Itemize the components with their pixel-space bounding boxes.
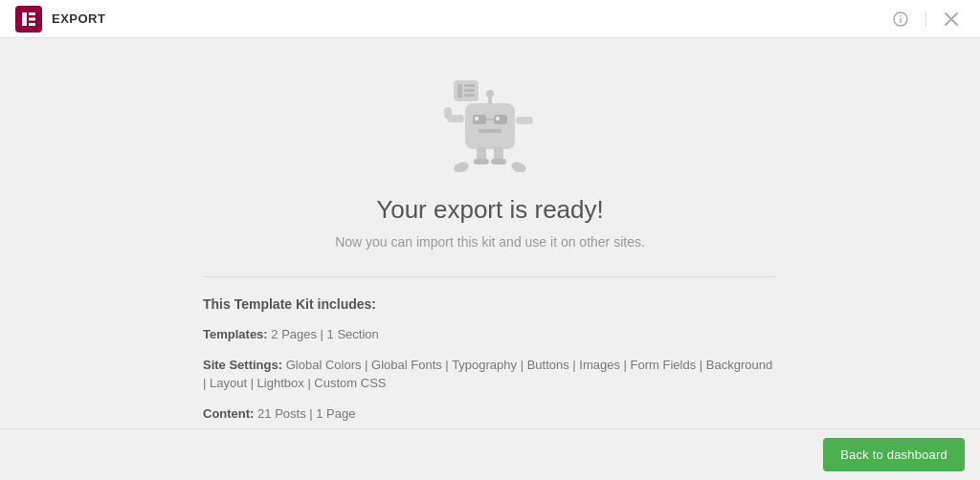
svg-rect-3 xyxy=(29,23,35,26)
svg-rect-18 xyxy=(475,117,479,120)
illustration-container xyxy=(423,67,557,176)
info-button[interactable] xyxy=(887,6,914,33)
elementor-logo xyxy=(15,6,42,33)
header-right xyxy=(887,6,965,33)
content-label: Content: xyxy=(203,406,254,421)
svg-rect-27 xyxy=(491,159,506,164)
content-value: 21 Posts | 1 Page xyxy=(257,406,355,421)
svg-rect-12 xyxy=(464,89,475,92)
export-ready-subtitle: Now you can import this kit and use it o… xyxy=(335,234,645,250)
header-title: EXPORT xyxy=(52,11,105,26)
header-divider xyxy=(925,11,926,27)
svg-point-30 xyxy=(453,161,470,172)
site-settings-row: Site Settings: Global Colors | Global Fo… xyxy=(203,356,777,393)
svg-rect-2 xyxy=(29,17,35,20)
svg-rect-26 xyxy=(474,159,489,164)
app-container: EXPORT xyxy=(0,0,980,480)
site-settings-label: Site Settings: xyxy=(203,358,282,372)
svg-rect-5 xyxy=(900,18,902,23)
kit-details: This Template Kit includes: Templates: 2… xyxy=(203,276,777,428)
svg-point-31 xyxy=(510,161,527,172)
svg-rect-14 xyxy=(465,103,515,149)
back-to-dashboard-button[interactable]: Back to dashboard xyxy=(823,438,965,471)
svg-rect-22 xyxy=(444,107,452,119)
footer: Back to dashboard xyxy=(0,428,980,480)
svg-rect-24 xyxy=(477,147,486,161)
content-row: Content: 21 Posts | 1 Page xyxy=(203,404,777,424)
svg-rect-10 xyxy=(457,84,462,98)
export-ready-title: Your export is ready! xyxy=(376,195,604,225)
svg-rect-11 xyxy=(464,84,475,87)
site-settings-value: Global Colors | Global Fonts | Typograph… xyxy=(203,358,772,391)
templates-row: Templates: 2 Pages | 1 Section xyxy=(203,325,777,344)
header-left: EXPORT xyxy=(15,6,105,33)
svg-rect-25 xyxy=(494,147,503,161)
svg-point-29 xyxy=(486,90,494,98)
svg-rect-20 xyxy=(479,129,501,133)
svg-rect-13 xyxy=(464,94,475,97)
svg-rect-0 xyxy=(22,12,27,26)
close-button[interactable] xyxy=(938,6,965,33)
kit-details-title: This Template Kit includes: xyxy=(203,296,777,312)
templates-value: 2 Pages | 1 Section xyxy=(271,327,379,341)
header: EXPORT xyxy=(0,0,980,38)
svg-rect-19 xyxy=(496,117,500,120)
templates-label: Templates: xyxy=(203,327,268,341)
main-content: Your export is ready! Now you can import… xyxy=(0,38,980,428)
svg-rect-23 xyxy=(516,117,533,124)
svg-rect-6 xyxy=(900,15,902,17)
svg-rect-1 xyxy=(29,12,35,15)
